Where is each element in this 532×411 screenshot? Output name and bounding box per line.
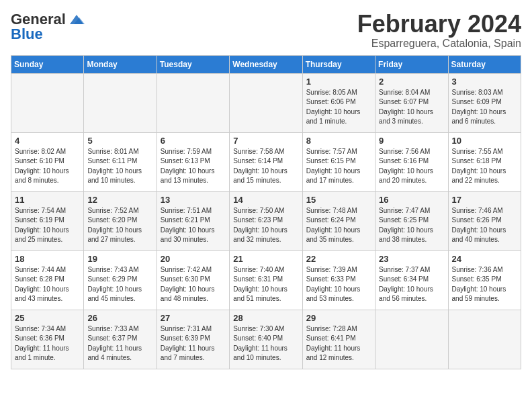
header-monday: Monday [84,55,157,73]
day-info: Sunrise: 7:50 AM Sunset: 6:23 PM Dayligh… [233,206,298,245]
page-header: General Blue February 2024 Esparreguera,… [11,11,521,50]
page-subtitle: Esparreguera, Catalonia, Spain [357,38,521,50]
calendar-cell: 21Sunrise: 7:40 AM Sunset: 6:31 PM Dayli… [230,250,302,310]
day-number: 29 [306,313,371,323]
calendar-cell: 7Sunrise: 7:58 AM Sunset: 6:14 PM Daylig… [230,132,302,191]
calendar-cell: 9Sunrise: 7:56 AM Sunset: 6:16 PM Daylig… [375,132,448,191]
day-number: 3 [452,77,517,87]
calendar-cell: 1Sunrise: 8:05 AM Sunset: 6:06 PM Daylig… [302,73,375,132]
calendar-week-row: 18Sunrise: 7:44 AM Sunset: 6:28 PM Dayli… [11,250,521,310]
day-number: 17 [452,195,517,205]
calendar-cell: 24Sunrise: 7:36 AM Sunset: 6:35 PM Dayli… [448,250,521,310]
day-number: 23 [379,254,444,264]
calendar-week-row: 25Sunrise: 7:34 AM Sunset: 6:36 PM Dayli… [11,310,521,369]
calendar-cell [11,73,84,132]
day-info: Sunrise: 7:59 AM Sunset: 6:13 PM Dayligh… [161,147,226,186]
calendar-cell: 26Sunrise: 7:33 AM Sunset: 6:37 PM Dayli… [84,310,157,369]
day-info: Sunrise: 7:33 AM Sunset: 6:37 PM Dayligh… [87,324,152,363]
day-number: 1 [306,77,371,87]
day-number: 9 [379,136,444,146]
logo-icon [67,12,86,27]
calendar-header-row: SundayMondayTuesdayWednesdayThursdayFrid… [11,55,521,73]
day-info: Sunrise: 7:57 AM Sunset: 6:15 PM Dayligh… [306,147,371,186]
day-info: Sunrise: 7:47 AM Sunset: 6:25 PM Dayligh… [379,206,444,245]
day-number: 24 [452,254,517,264]
calendar-cell: 14Sunrise: 7:50 AM Sunset: 6:23 PM Dayli… [230,191,302,250]
day-info: Sunrise: 7:58 AM Sunset: 6:14 PM Dayligh… [233,147,298,186]
calendar-cell [157,73,229,132]
day-info: Sunrise: 7:37 AM Sunset: 6:34 PM Dayligh… [379,265,444,304]
day-number: 19 [87,254,152,264]
calendar-cell: 18Sunrise: 7:44 AM Sunset: 6:28 PM Dayli… [11,250,84,310]
calendar-cell [375,310,448,369]
header-thursday: Thursday [302,55,375,73]
day-number: 8 [306,136,371,146]
day-info: Sunrise: 7:42 AM Sunset: 6:30 PM Dayligh… [161,265,226,304]
calendar-cell: 2Sunrise: 8:04 AM Sunset: 6:07 PM Daylig… [375,73,448,132]
day-number: 13 [161,195,226,205]
calendar-cell: 17Sunrise: 7:46 AM Sunset: 6:26 PM Dayli… [448,191,521,250]
day-number: 26 [87,313,152,323]
calendar-cell: 20Sunrise: 7:42 AM Sunset: 6:30 PM Dayli… [157,250,229,310]
calendar-cell: 15Sunrise: 7:48 AM Sunset: 6:24 PM Dayli… [302,191,375,250]
day-info: Sunrise: 7:56 AM Sunset: 6:16 PM Dayligh… [379,147,444,186]
calendar-cell: 6Sunrise: 7:59 AM Sunset: 6:13 PM Daylig… [157,132,229,191]
day-number: 5 [87,136,152,146]
day-number: 11 [15,195,80,205]
day-info: Sunrise: 7:34 AM Sunset: 6:36 PM Dayligh… [15,324,80,363]
day-info: Sunrise: 8:02 AM Sunset: 6:10 PM Dayligh… [15,147,80,186]
day-info: Sunrise: 7:46 AM Sunset: 6:26 PM Dayligh… [452,206,517,245]
day-number: 20 [161,254,226,264]
calendar-cell: 5Sunrise: 8:01 AM Sunset: 6:11 PM Daylig… [84,132,157,191]
header-friday: Friday [375,55,448,73]
day-info: Sunrise: 8:05 AM Sunset: 6:06 PM Dayligh… [306,88,371,127]
calendar-cell: 23Sunrise: 7:37 AM Sunset: 6:34 PM Dayli… [375,250,448,310]
logo-text-blue: Blue [11,26,43,43]
day-number: 16 [379,195,444,205]
header-tuesday: Tuesday [157,55,229,73]
day-info: Sunrise: 7:36 AM Sunset: 6:35 PM Dayligh… [452,265,517,304]
calendar-cell: 3Sunrise: 8:03 AM Sunset: 6:09 PM Daylig… [448,73,521,132]
title-block: February 2024 Esparreguera, Catalonia, S… [357,11,521,50]
calendar-cell: 11Sunrise: 7:54 AM Sunset: 6:19 PM Dayli… [11,191,84,250]
calendar-cell: 16Sunrise: 7:47 AM Sunset: 6:25 PM Dayli… [375,191,448,250]
day-number: 22 [306,254,371,264]
day-number: 28 [233,313,298,323]
day-info: Sunrise: 7:31 AM Sunset: 6:39 PM Dayligh… [161,324,226,363]
day-info: Sunrise: 7:40 AM Sunset: 6:31 PM Dayligh… [233,265,298,304]
day-info: Sunrise: 7:54 AM Sunset: 6:19 PM Dayligh… [15,206,80,245]
header-saturday: Saturday [448,55,521,73]
day-number: 4 [15,136,80,146]
calendar-cell: 28Sunrise: 7:30 AM Sunset: 6:40 PM Dayli… [230,310,302,369]
calendar-cell: 8Sunrise: 7:57 AM Sunset: 6:15 PM Daylig… [302,132,375,191]
page-title: February 2024 [357,11,521,38]
calendar-cell [230,73,302,132]
day-info: Sunrise: 8:04 AM Sunset: 6:07 PM Dayligh… [379,88,444,127]
day-info: Sunrise: 8:01 AM Sunset: 6:11 PM Dayligh… [87,147,152,186]
day-number: 25 [15,313,80,323]
calendar-cell: 13Sunrise: 7:51 AM Sunset: 6:21 PM Dayli… [157,191,229,250]
calendar-cell: 29Sunrise: 7:28 AM Sunset: 6:41 PM Dayli… [302,310,375,369]
calendar-cell [448,310,521,369]
calendar-week-row: 11Sunrise: 7:54 AM Sunset: 6:19 PM Dayli… [11,191,521,250]
calendar-cell: 19Sunrise: 7:43 AM Sunset: 6:29 PM Dayli… [84,250,157,310]
logo: General Blue [11,11,86,43]
day-number: 27 [161,313,226,323]
calendar-cell: 4Sunrise: 8:02 AM Sunset: 6:10 PM Daylig… [11,132,84,191]
calendar-week-row: 1Sunrise: 8:05 AM Sunset: 6:06 PM Daylig… [11,73,521,132]
day-number: 18 [15,254,80,264]
day-number: 12 [87,195,152,205]
header-sunday: Sunday [11,55,84,73]
day-info: Sunrise: 7:55 AM Sunset: 6:18 PM Dayligh… [452,147,517,186]
day-info: Sunrise: 7:48 AM Sunset: 6:24 PM Dayligh… [306,206,371,245]
day-info: Sunrise: 7:30 AM Sunset: 6:40 PM Dayligh… [233,324,298,363]
day-info: Sunrise: 7:44 AM Sunset: 6:28 PM Dayligh… [15,265,80,304]
day-number: 15 [306,195,371,205]
calendar-cell: 25Sunrise: 7:34 AM Sunset: 6:36 PM Dayli… [11,310,84,369]
day-info: Sunrise: 7:28 AM Sunset: 6:41 PM Dayligh… [306,324,371,363]
header-wednesday: Wednesday [230,55,302,73]
calendar-cell [84,73,157,132]
calendar-cell: 10Sunrise: 7:55 AM Sunset: 6:18 PM Dayli… [448,132,521,191]
day-info: Sunrise: 7:43 AM Sunset: 6:29 PM Dayligh… [87,265,152,304]
day-number: 6 [161,136,226,146]
